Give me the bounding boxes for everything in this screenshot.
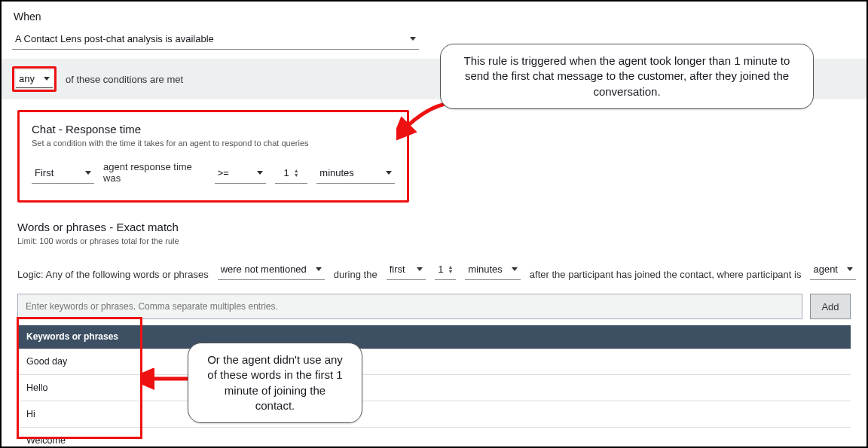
chat-position-select[interactable]: First [32, 163, 94, 184]
words-value-input[interactable]: 1 ▲▼ [435, 259, 456, 280]
logic-prefix: Logic: Any of the following words or phr… [17, 269, 209, 280]
keywords-table-header: Keywords or phrases [17, 325, 851, 349]
words-card: Words or phrases - Exact match Limit: 10… [17, 221, 856, 280]
mentioned-select[interactable]: were not mentioned [218, 259, 325, 280]
chat-value: 1 [283, 167, 289, 178]
after-text: after the participant has joined the con… [530, 269, 802, 280]
chat-position-value: First [35, 167, 53, 178]
match-suffix: of these conditions are met [66, 74, 183, 85]
callout-trigger: This rule is triggered when the agent to… [440, 44, 814, 109]
chat-op-select[interactable]: >= [215, 163, 266, 184]
chat-card-title: Chat - Response time [32, 123, 395, 136]
chat-card-desc: Set a condition with the time it takes f… [32, 139, 395, 148]
number-spinner-icon: ▲▼ [448, 265, 453, 274]
during-the-text: during the [334, 269, 377, 280]
highlight-any: any [12, 66, 57, 92]
match-quantifier-select[interactable]: any [16, 70, 53, 88]
participant-select[interactable]: agent [810, 259, 856, 280]
trigger-select-value: A Contact Lens post-chat analysis is ava… [15, 33, 214, 44]
trigger-select[interactable]: A Contact Lens post-chat analysis is ava… [12, 29, 419, 50]
when-select[interactable]: first [387, 259, 426, 280]
chat-value-input[interactable]: 1 ▲▼ [275, 163, 308, 184]
when-value: first [390, 264, 405, 275]
chat-response-card: Chat - Response time Set a condition wit… [17, 110, 409, 203]
keywords-input-row: Add [17, 294, 851, 319]
words-unit-value: minutes [468, 264, 503, 275]
keywords-table: Keywords or phrases Good day Hello Hi We… [17, 325, 851, 448]
words-value: 1 [438, 264, 443, 275]
match-quantifier-value: any [19, 73, 35, 84]
page: When A Contact Lens post-chat analysis i… [0, 0, 868, 448]
mentioned-value: were not mentioned [221, 264, 307, 275]
words-unit-select[interactable]: minutes [465, 259, 521, 280]
chat-mid-text: agent response time was [103, 161, 206, 184]
table-row[interactable]: Hi [17, 401, 851, 428]
words-card-desc: Limit: 100 words or phrases total for th… [17, 236, 856, 245]
callout-keywords: Or the agent didn't use any of these wor… [188, 343, 362, 423]
chat-unit-value: minutes [319, 167, 354, 178]
chat-unit-select[interactable]: minutes [316, 163, 395, 184]
table-row[interactable]: Welcome [17, 428, 851, 448]
keywords-input[interactable] [17, 294, 802, 319]
words-card-title: Words or phrases - Exact match [17, 221, 856, 233]
chat-op-value: >= [218, 167, 229, 178]
add-button[interactable]: Add [810, 294, 851, 319]
when-label: When [14, 11, 856, 23]
number-spinner-icon: ▲▼ [294, 169, 299, 178]
table-row[interactable]: Hello [17, 375, 851, 401]
table-row[interactable]: Good day [17, 349, 851, 375]
participant-value: agent [813, 264, 838, 275]
